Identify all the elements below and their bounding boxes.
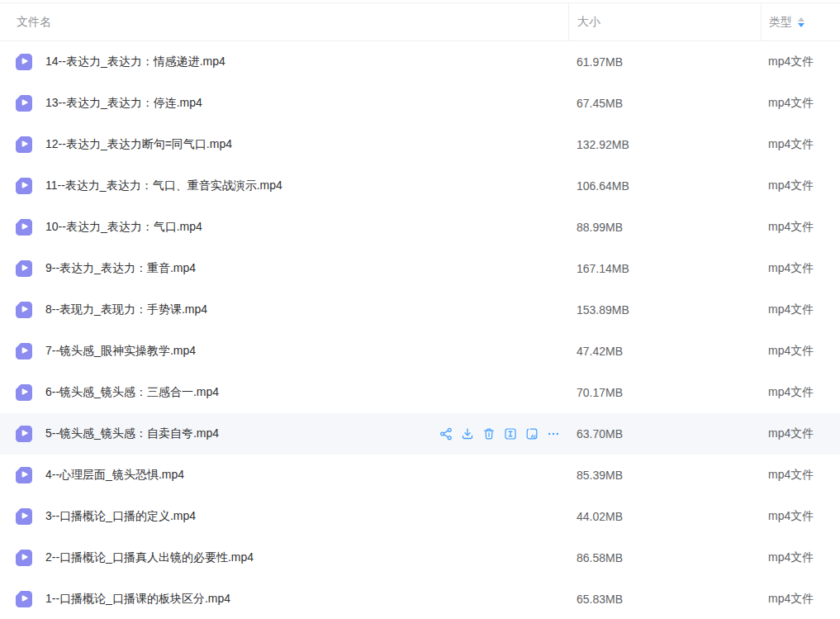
- file-size: 106.64MB: [568, 179, 761, 193]
- file-name[interactable]: 2--口播概论_口播真人出镜的必要性.mp4: [45, 550, 254, 565]
- file-name[interactable]: 6--镜头感_镜头感：三感合一.mp4: [45, 385, 219, 400]
- video-file-icon: [15, 342, 33, 360]
- video-file-icon: [15, 425, 33, 443]
- file-name[interactable]: 1--口播概论_口播课的板块区分.mp4: [45, 592, 230, 607]
- file-type: mp4文件: [761, 592, 840, 607]
- file-size: 63.70MB: [568, 427, 761, 440]
- file-type: mp4文件: [761, 344, 840, 359]
- video-file-icon: [15, 94, 33, 112]
- file-size: 44.02MB: [568, 510, 761, 523]
- file-name-cell: 1--口播概论_口播课的板块区分.mp4: [0, 590, 568, 608]
- file-size: 88.99MB: [568, 221, 761, 234]
- file-size: 153.89MB: [568, 303, 761, 317]
- file-name-cell: 9--表达力_表达力：重音.mp4: [0, 260, 568, 278]
- table-row[interactable]: 4--心理层面_镜头恐惧.mp4: [0, 455, 840, 496]
- video-file-icon: [15, 136, 33, 154]
- table-row[interactable]: 12--表达力_表达力断句=同气口.mp4: [0, 124, 840, 165]
- file-name[interactable]: 9--表达力_表达力：重音.mp4: [45, 261, 196, 276]
- column-header-type[interactable]: 类型: [761, 3, 840, 40]
- file-type: mp4文件: [761, 96, 840, 111]
- sort-descending-caret-icon[interactable]: [798, 23, 804, 27]
- column-header-filename: 文件名: [0, 3, 568, 40]
- table-row[interactable]: 8--表现力_表现力：手势课.mp4: [0, 289, 840, 331]
- table-row[interactable]: 5--镜头感_镜头感：自卖自夸.mp4: [0, 413, 840, 455]
- file-size: 67.45MB: [568, 97, 761, 110]
- row-action-toolbar: AI: [439, 427, 568, 440]
- file-type: mp4文件: [761, 179, 840, 193]
- file-type: mp4文件: [761, 55, 840, 69]
- table-header: 文件名 大小 类型: [0, 3, 840, 41]
- sort-ascending-caret-icon[interactable]: [798, 17, 804, 21]
- table-row[interactable]: 11--表达力_表达力：气口、重音实战演示.mp4: [0, 165, 840, 207]
- file-type: mp4文件: [761, 426, 840, 441]
- video-file-icon: [15, 549, 33, 567]
- video-file-icon: [15, 53, 33, 71]
- column-header-filename-label: 文件名: [17, 15, 51, 30]
- table-row[interactable]: 7--镜头感_眼神实操教学.mp4: [0, 331, 840, 372]
- file-name-cell: 6--镜头感_镜头感：三感合一.mp4: [0, 383, 568, 402]
- file-name[interactable]: 14--表达力_表达力：情感递进.mp4: [45, 55, 225, 69]
- file-list-page: 文件名 大小 类型 14--表达力_表达力：情感递进.mp4: [0, 2, 840, 619]
- file-name-cell: 7--镜头感_眼神实操教学.mp4: [0, 342, 568, 360]
- file-list: 14--表达力_表达力：情感递进.mp4: [0, 41, 840, 619]
- table-row[interactable]: 13--表达力_表达力：停连.mp4: [0, 83, 840, 124]
- file-name-cell: 4--心理层面_镜头恐惧.mp4: [0, 466, 568, 484]
- file-size: 86.58MB: [568, 551, 761, 564]
- file-name[interactable]: 13--表达力_表达力：停连.mp4: [45, 96, 202, 111]
- file-size: 47.42MB: [568, 345, 761, 358]
- trash-icon[interactable]: [482, 427, 496, 440]
- file-name[interactable]: 12--表达力_表达力断句=同气口.mp4: [45, 137, 232, 152]
- file-size: 85.39MB: [568, 469, 761, 482]
- svg-text:AI: AI: [530, 433, 535, 439]
- table-row[interactable]: 2--口播概论_口播真人出镜的必要性.mp4: [0, 537, 840, 579]
- file-type: mp4文件: [761, 550, 840, 565]
- file-type: mp4文件: [761, 509, 840, 524]
- video-file-icon: [15, 590, 33, 608]
- rename-icon[interactable]: [504, 427, 517, 440]
- file-name[interactable]: 5--镜头感_镜头感：自卖自夸.mp4: [45, 426, 219, 441]
- file-type: mp4文件: [761, 220, 840, 235]
- file-type: mp4文件: [761, 261, 840, 276]
- video-file-icon: [15, 466, 33, 484]
- file-name[interactable]: 8--表现力_表现力：手势课.mp4: [45, 302, 207, 317]
- video-file-icon: [15, 507, 33, 526]
- table-row[interactable]: 1--口播概论_口播课的板块区分.mp4: [0, 579, 840, 619]
- column-header-size: 大小: [568, 3, 761, 40]
- file-type: mp4文件: [761, 137, 840, 152]
- ai-caption-icon[interactable]: AI: [525, 427, 539, 440]
- file-name[interactable]: 7--镜头感_眼神实操教学.mp4: [45, 344, 196, 359]
- file-size: 132.92MB: [568, 138, 761, 151]
- file-name-cell: 2--口播概论_口播真人出镜的必要性.mp4: [0, 549, 568, 567]
- file-size: 167.14MB: [568, 262, 761, 275]
- video-file-icon: [15, 177, 33, 195]
- column-header-type-label: 类型: [769, 15, 792, 30]
- file-size: 61.97MB: [568, 55, 761, 69]
- file-name[interactable]: 10--表达力_表达力：气口.mp4: [45, 220, 202, 235]
- table-row[interactable]: 3--口播概论_口播的定义.mp4: [0, 496, 840, 537]
- table-row[interactable]: 10--表达力_表达力：气口.mp4: [0, 207, 840, 248]
- download-icon[interactable]: [461, 427, 474, 440]
- file-type: mp4文件: [761, 385, 840, 400]
- file-type: mp4文件: [761, 468, 840, 483]
- sort-caret-icon[interactable]: [798, 17, 804, 27]
- file-name-cell: 12--表达力_表达力断句=同气口.mp4: [0, 136, 568, 154]
- file-name-cell: 14--表达力_表达力：情感递进.mp4: [0, 53, 568, 71]
- file-name-cell: 10--表达力_表达力：气口.mp4: [0, 218, 568, 236]
- share-icon[interactable]: [439, 427, 453, 440]
- video-file-icon: [15, 301, 33, 319]
- table-row[interactable]: 6--镜头感_镜头感：三感合一.mp4: [0, 372, 840, 413]
- video-file-icon: [15, 260, 33, 278]
- file-name[interactable]: 4--心理层面_镜头恐惧.mp4: [45, 468, 184, 483]
- more-icon[interactable]: [547, 427, 560, 440]
- file-name[interactable]: 3--口播概论_口播的定义.mp4: [45, 509, 196, 524]
- file-size: 70.17MB: [568, 386, 761, 399]
- column-header-size-label: 大小: [577, 15, 600, 30]
- table-row[interactable]: 14--表达力_表达力：情感递进.mp4: [0, 41, 840, 83]
- file-size: 65.83MB: [568, 593, 761, 606]
- file-name-cell: 8--表现力_表现力：手势课.mp4: [0, 301, 568, 319]
- file-name-cell: 11--表达力_表达力：气口、重音实战演示.mp4: [0, 177, 568, 195]
- file-name[interactable]: 11--表达力_表达力：气口、重音实战演示.mp4: [45, 179, 282, 193]
- table-row[interactable]: 9--表达力_表达力：重音.mp4: [0, 248, 840, 289]
- file-name-cell: 3--口播概论_口播的定义.mp4: [0, 507, 568, 526]
- video-file-icon: [15, 383, 33, 402]
